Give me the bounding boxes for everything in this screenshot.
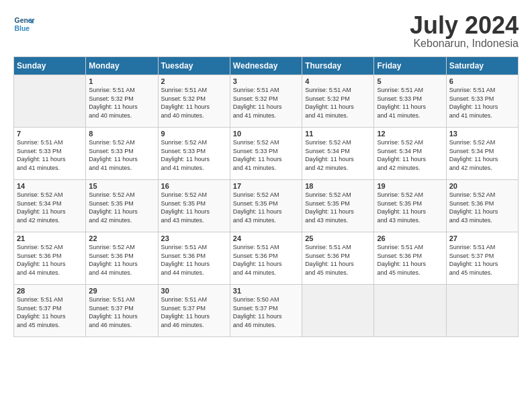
day-number: 15 (89, 182, 154, 190)
header-thursday: Thursday (302, 57, 374, 75)
table-cell: 19Sunrise: 5:52 AM Sunset: 5:35 PM Dayli… (374, 180, 446, 232)
day-number: 21 (17, 234, 83, 242)
day-number: 6 (449, 77, 515, 85)
day-info: Sunrise: 5:52 AM Sunset: 5:33 PM Dayligh… (161, 138, 227, 172)
week-row-1: 1Sunrise: 5:51 AM Sunset: 5:32 PM Daylig… (14, 75, 519, 128)
day-info: Sunrise: 5:52 AM Sunset: 5:35 PM Dayligh… (89, 191, 154, 224)
day-number: 29 (89, 287, 154, 295)
header-saturday: Saturday (446, 57, 518, 75)
svg-text:Blue: Blue (15, 25, 30, 32)
header-wednesday: Wednesday (230, 57, 302, 75)
table-cell: 24Sunrise: 5:51 AM Sunset: 5:36 PM Dayli… (230, 232, 302, 285)
table-cell: 18Sunrise: 5:52 AM Sunset: 5:35 PM Dayli… (302, 180, 374, 232)
week-row-3: 14Sunrise: 5:52 AM Sunset: 5:34 PM Dayli… (14, 180, 519, 232)
day-info: Sunrise: 5:52 AM Sunset: 5:35 PM Dayligh… (233, 191, 299, 224)
day-number: 30 (161, 287, 227, 295)
table-cell: 20Sunrise: 5:52 AM Sunset: 5:36 PM Dayli… (446, 180, 518, 232)
logo: General Blue (13, 13, 35, 35)
day-info: Sunrise: 5:52 AM Sunset: 5:36 PM Dayligh… (17, 243, 83, 277)
day-number: 18 (305, 182, 371, 190)
table-cell: 15Sunrise: 5:52 AM Sunset: 5:35 PM Dayli… (86, 180, 158, 232)
day-info: Sunrise: 5:51 AM Sunset: 5:37 PM Dayligh… (161, 295, 227, 329)
day-info: Sunrise: 5:52 AM Sunset: 5:36 PM Dayligh… (449, 191, 515, 224)
table-cell (14, 75, 86, 128)
table-cell: 2Sunrise: 5:51 AM Sunset: 5:32 PM Daylig… (158, 75, 230, 128)
table-cell: 27Sunrise: 5:51 AM Sunset: 5:37 PM Dayli… (446, 232, 518, 285)
day-info: Sunrise: 5:51 AM Sunset: 5:32 PM Dayligh… (161, 86, 227, 120)
day-number: 9 (161, 130, 227, 138)
day-info: Sunrise: 5:51 AM Sunset: 5:32 PM Dayligh… (89, 86, 154, 120)
day-number: 25 (305, 234, 371, 242)
day-number: 31 (233, 287, 299, 295)
day-number: 10 (233, 130, 299, 138)
day-info: Sunrise: 5:52 AM Sunset: 5:35 PM Dayligh… (305, 191, 371, 224)
day-info: Sunrise: 5:51 AM Sunset: 5:32 PM Dayligh… (233, 86, 299, 120)
table-cell: 10Sunrise: 5:52 AM Sunset: 5:33 PM Dayli… (230, 128, 302, 180)
day-number: 11 (305, 130, 371, 138)
title-block: July 2024 Kebonarun, Indonesia (410, 13, 519, 50)
table-cell: 4Sunrise: 5:51 AM Sunset: 5:32 PM Daylig… (302, 75, 374, 128)
table-cell (302, 285, 374, 337)
table-cell: 30Sunrise: 5:51 AM Sunset: 5:37 PM Dayli… (158, 285, 230, 337)
day-info: Sunrise: 5:52 AM Sunset: 5:34 PM Dayligh… (17, 191, 83, 224)
table-cell: 21Sunrise: 5:52 AM Sunset: 5:36 PM Dayli… (14, 232, 86, 285)
day-info: Sunrise: 5:51 AM Sunset: 5:33 PM Dayligh… (377, 86, 443, 120)
day-number: 24 (233, 234, 299, 242)
day-info: Sunrise: 5:51 AM Sunset: 5:36 PM Dayligh… (377, 243, 443, 277)
month-year-title: July 2024 (410, 13, 519, 38)
table-cell: 14Sunrise: 5:52 AM Sunset: 5:34 PM Dayli… (14, 180, 86, 232)
table-cell: 26Sunrise: 5:51 AM Sunset: 5:36 PM Dayli… (374, 232, 446, 285)
day-info: Sunrise: 5:51 AM Sunset: 5:36 PM Dayligh… (233, 243, 299, 277)
week-row-2: 7Sunrise: 5:51 AM Sunset: 5:33 PM Daylig… (14, 128, 519, 180)
table-cell: 29Sunrise: 5:51 AM Sunset: 5:37 PM Dayli… (86, 285, 158, 337)
day-number: 19 (377, 182, 443, 190)
day-number: 5 (377, 77, 443, 85)
day-info: Sunrise: 5:51 AM Sunset: 5:37 PM Dayligh… (17, 295, 83, 329)
table-cell: 31Sunrise: 5:50 AM Sunset: 5:37 PM Dayli… (230, 285, 302, 337)
day-number: 28 (17, 287, 83, 295)
day-number: 13 (449, 130, 515, 138)
day-number: 7 (17, 130, 83, 138)
day-info: Sunrise: 5:52 AM Sunset: 5:36 PM Dayligh… (89, 243, 154, 277)
header-sunday: Sunday (14, 57, 86, 75)
table-cell (446, 285, 518, 337)
day-number: 16 (161, 182, 227, 190)
table-cell: 8Sunrise: 5:52 AM Sunset: 5:33 PM Daylig… (86, 128, 158, 180)
page-container: General Blue July 2024 Kebonarun, Indone… (0, 0, 532, 344)
day-info: Sunrise: 5:50 AM Sunset: 5:37 PM Dayligh… (233, 295, 299, 329)
day-info: Sunrise: 5:52 AM Sunset: 5:34 PM Dayligh… (449, 138, 515, 172)
table-cell: 5Sunrise: 5:51 AM Sunset: 5:33 PM Daylig… (374, 75, 446, 128)
table-cell: 16Sunrise: 5:52 AM Sunset: 5:35 PM Dayli… (158, 180, 230, 232)
logo-icon: General Blue (13, 13, 35, 35)
day-number: 12 (377, 130, 443, 138)
table-cell: 17Sunrise: 5:52 AM Sunset: 5:35 PM Dayli… (230, 180, 302, 232)
header-friday: Friday (374, 57, 446, 75)
table-cell: 13Sunrise: 5:52 AM Sunset: 5:34 PM Dayli… (446, 128, 518, 180)
week-row-4: 21Sunrise: 5:52 AM Sunset: 5:36 PM Dayli… (14, 232, 519, 285)
day-info: Sunrise: 5:52 AM Sunset: 5:33 PM Dayligh… (233, 138, 299, 172)
day-number: 22 (89, 234, 154, 242)
table-cell: 25Sunrise: 5:51 AM Sunset: 5:36 PM Dayli… (302, 232, 374, 285)
table-cell: 6Sunrise: 5:51 AM Sunset: 5:33 PM Daylig… (446, 75, 518, 128)
day-info: Sunrise: 5:51 AM Sunset: 5:32 PM Dayligh… (305, 86, 371, 120)
day-number: 4 (305, 77, 371, 85)
week-row-5: 28Sunrise: 5:51 AM Sunset: 5:37 PM Dayli… (14, 285, 519, 337)
day-info: Sunrise: 5:51 AM Sunset: 5:36 PM Dayligh… (161, 243, 227, 277)
day-info: Sunrise: 5:52 AM Sunset: 5:35 PM Dayligh… (161, 191, 227, 224)
day-number: 23 (161, 234, 227, 242)
day-number: 8 (89, 130, 154, 138)
location-subtitle: Kebonarun, Indonesia (410, 38, 519, 50)
table-cell: 1Sunrise: 5:51 AM Sunset: 5:32 PM Daylig… (86, 75, 158, 128)
day-number: 3 (233, 77, 299, 85)
table-cell: 9Sunrise: 5:52 AM Sunset: 5:33 PM Daylig… (158, 128, 230, 180)
header: General Blue July 2024 Kebonarun, Indone… (13, 13, 519, 50)
day-number: 1 (89, 77, 154, 85)
day-info: Sunrise: 5:51 AM Sunset: 5:33 PM Dayligh… (449, 86, 515, 120)
header-tuesday: Tuesday (158, 57, 230, 75)
day-number: 27 (449, 234, 515, 242)
day-number: 20 (449, 182, 515, 190)
calendar-table: Sunday Monday Tuesday Wednesday Thursday… (13, 56, 519, 337)
day-info: Sunrise: 5:51 AM Sunset: 5:37 PM Dayligh… (89, 295, 154, 329)
day-info: Sunrise: 5:52 AM Sunset: 5:35 PM Dayligh… (377, 191, 443, 224)
day-info: Sunrise: 5:51 AM Sunset: 5:36 PM Dayligh… (305, 243, 371, 277)
